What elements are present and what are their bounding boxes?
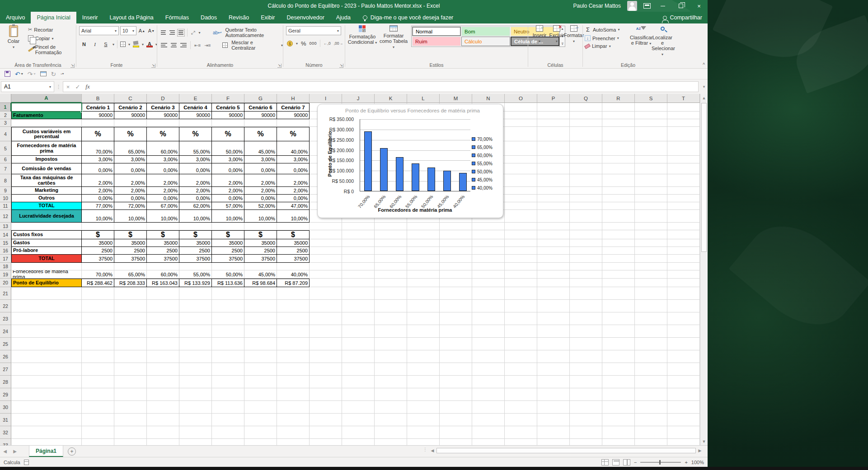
cell-A30[interactable] [11, 401, 82, 414]
cell-H21[interactable] [277, 287, 310, 300]
cell-F13[interactable] [212, 223, 244, 230]
cell-P12[interactable] [537, 210, 570, 223]
cell-Q2[interactable] [570, 112, 602, 119]
sheet-tab[interactable]: Página1 [29, 446, 63, 457]
wrap-text-label[interactable]: Quebrar Texto Automaticamente [225, 27, 283, 38]
cell-O10[interactable] [505, 195, 537, 202]
cell-R2[interactable] [602, 112, 635, 119]
row-header-4[interactable]: 4 [0, 127, 11, 141]
cell-D24[interactable] [147, 325, 179, 338]
select-all-corner[interactable] [0, 94, 11, 103]
cell-O18[interactable] [505, 263, 537, 270]
cell-T19[interactable] [667, 270, 700, 279]
format-cells-button[interactable]: ↔ Formatar▾ [563, 25, 585, 43]
cell-D5[interactable]: 60,00% [147, 141, 179, 156]
cell-B16[interactable]: 2500 [82, 247, 114, 255]
scroll-down-icon[interactable]: ▼ [700, 437, 708, 445]
cell-T3[interactable] [667, 119, 700, 127]
column-header-Q[interactable]: Q [570, 94, 602, 103]
align-top-icon[interactable] [161, 30, 166, 35]
comma-style-icon[interactable]: 000 [310, 41, 317, 46]
cell-G8[interactable]: 2,00% [244, 174, 277, 187]
cell-P18[interactable] [537, 263, 570, 270]
cancel-entry-button[interactable]: × [63, 81, 73, 92]
cell-A12[interactable]: Lucratividade desejada [11, 210, 82, 223]
cell-H17[interactable]: 37500 [277, 255, 310, 263]
cell-B2[interactable]: 90000 [82, 112, 114, 119]
cell-D23[interactable] [147, 312, 179, 325]
cell-K18[interactable] [375, 263, 407, 270]
cell-R8[interactable] [602, 174, 635, 187]
cell-S31[interactable] [635, 414, 667, 426]
form-button[interactable] [40, 71, 47, 76]
cell-A27[interactable] [11, 363, 82, 376]
cell-E27[interactable] [179, 363, 212, 376]
cell-F31[interactable] [212, 414, 244, 426]
cell-G20[interactable]: R$ 98.684 [244, 279, 277, 287]
cell-G23[interactable] [244, 312, 277, 325]
cell-G27[interactable] [244, 363, 277, 376]
cell-S15[interactable] [635, 239, 667, 247]
tab-exibir[interactable]: Exibir [255, 12, 281, 23]
cell-L16[interactable] [407, 247, 440, 255]
cell-S2[interactable] [635, 112, 667, 119]
zoom-slider[interactable] [640, 462, 681, 463]
cell-E29[interactable] [179, 388, 212, 401]
cell-A29[interactable] [11, 388, 82, 401]
cell-S6[interactable] [635, 156, 667, 163]
cell-T33[interactable] [667, 439, 700, 445]
cell-R28[interactable] [602, 376, 635, 388]
cell-R22[interactable] [602, 300, 635, 312]
cell-E18[interactable] [179, 263, 212, 270]
cell-D7[interactable]: 0,00% [147, 163, 179, 174]
cell-F25[interactable] [212, 338, 244, 350]
cell-T26[interactable] [667, 350, 700, 363]
cell-B26[interactable] [82, 350, 114, 363]
cell-P6[interactable] [537, 156, 570, 163]
cell-G16[interactable]: 2500 [244, 247, 277, 255]
cell-N16[interactable] [472, 247, 505, 255]
cell-N17[interactable] [472, 255, 505, 263]
cell-C5[interactable]: 65,00% [114, 141, 147, 156]
scroll-left-icon[interactable]: ◀ [429, 448, 436, 453]
cell-D18[interactable] [147, 263, 179, 270]
cell-A14[interactable]: Custos fixos [11, 230, 82, 239]
cell-C29[interactable] [114, 388, 147, 401]
cell-style-c-lculo[interactable]: Cálculo [461, 37, 510, 46]
cell-D17[interactable]: 37500 [147, 255, 179, 263]
cell-C24[interactable] [114, 325, 147, 338]
restore-button[interactable] [675, 1, 687, 11]
cell-R23[interactable] [602, 312, 635, 325]
cell-Q30[interactable] [570, 401, 602, 414]
cell-G15[interactable]: 35000 [244, 239, 277, 247]
cell-F7[interactable]: 0,00% [212, 163, 244, 174]
cell-P5[interactable] [537, 141, 570, 156]
column-header-G[interactable]: G [244, 94, 277, 103]
insert-function-button[interactable]: fx [83, 81, 93, 92]
align-middle-icon[interactable] [169, 30, 174, 35]
cell-C18[interactable] [114, 263, 147, 270]
cell-C17[interactable]: 37500 [114, 255, 147, 263]
cell-K30[interactable] [375, 401, 407, 414]
cell-R33[interactable] [602, 439, 635, 445]
cell-A11[interactable]: TOTAL [11, 202, 82, 210]
cell-B22[interactable] [82, 300, 114, 312]
column-header-K[interactable]: K [375, 94, 407, 103]
cell-P21[interactable] [537, 287, 570, 300]
cell-O15[interactable] [505, 239, 537, 247]
cell-Q19[interactable] [570, 270, 602, 279]
cell-R15[interactable] [602, 239, 635, 247]
cell-S26[interactable] [635, 350, 667, 363]
column-header-C[interactable]: C [114, 94, 147, 103]
cell-E28[interactable] [179, 376, 212, 388]
tab-desenvolvedor[interactable]: Desenvolvedor [281, 12, 330, 23]
cell-I30[interactable] [310, 401, 342, 414]
cell-G25[interactable] [244, 338, 277, 350]
font-size-select[interactable]: 10▾ [120, 26, 136, 35]
column-header-P[interactable]: P [537, 94, 570, 103]
cell-H20[interactable]: R$ 87.209 [277, 279, 310, 287]
number-dialog-launcher[interactable]: ↘ [339, 64, 343, 68]
cell-D29[interactable] [147, 388, 179, 401]
formula-input[interactable] [93, 81, 699, 92]
cell-I26[interactable] [310, 350, 342, 363]
